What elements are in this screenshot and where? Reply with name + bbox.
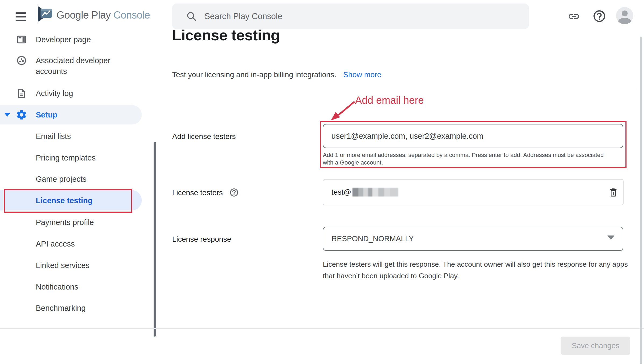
associated-accounts-icon bbox=[16, 55, 27, 67]
sidebar-item-associated-developer-accounts[interactable]: Associated developer accounts bbox=[36, 55, 119, 77]
sidebar-item-notifications[interactable]: Notifications bbox=[36, 281, 78, 292]
sidebar-item-benchmarking[interactable]: Benchmarking bbox=[36, 303, 86, 313]
sidebar-scrollbar[interactable] bbox=[154, 142, 156, 337]
show-more-link[interactable]: Show more bbox=[343, 70, 381, 79]
chevron-down-icon[interactable] bbox=[607, 235, 614, 240]
sidebar-item-payments-profile[interactable]: Payments profile bbox=[36, 217, 94, 228]
avatar[interactable] bbox=[616, 7, 633, 24]
add-license-testers-input[interactable] bbox=[323, 124, 623, 148]
sidebar-item-email-lists[interactable]: Email lists bbox=[36, 131, 71, 142]
sidebar-item-developer-page[interactable]: Developer page bbox=[36, 34, 91, 45]
page-subtitle-text: Test your licensing and in-app billing i… bbox=[172, 70, 336, 79]
trash-icon[interactable] bbox=[608, 187, 619, 199]
app-title: Google Play Console bbox=[56, 9, 150, 21]
sidebar-item-api-access[interactable]: API access bbox=[36, 238, 75, 249]
help-icon[interactable] bbox=[592, 9, 606, 24]
license-response-select[interactable]: RESPOND_NORMALLY bbox=[323, 227, 623, 251]
play-console-logo-icon[interactable] bbox=[36, 5, 53, 24]
sidebar-item-pricing-templates[interactable]: Pricing templates bbox=[36, 152, 95, 163]
save-changes-button[interactable]: Save changes bbox=[561, 337, 630, 355]
gear-icon bbox=[16, 109, 27, 122]
add-license-testers-label: Add license testers bbox=[172, 132, 236, 141]
menu-icon[interactable] bbox=[16, 12, 26, 23]
setup-expand-caret-icon[interactable] bbox=[4, 113, 10, 117]
license-tester-row: test@ bbox=[323, 179, 624, 205]
search-bar[interactable]: Search Play Console bbox=[172, 3, 529, 29]
page-subtitle: Test your licensing and in-app billing i… bbox=[172, 70, 381, 79]
license-response-value: RESPOND_NORMALLY bbox=[331, 234, 414, 243]
activity-log-icon bbox=[16, 88, 27, 100]
page-scrollbar[interactable] bbox=[640, 37, 642, 364]
app-title-secondary: Console bbox=[114, 9, 150, 21]
sidebar-item-game-projects[interactable]: Game projects bbox=[36, 174, 87, 184]
add-license-testers-helper: Add 1 or more email addresses, separated… bbox=[323, 151, 608, 166]
sidebar-item-license-testing[interactable]: License testing bbox=[36, 195, 93, 206]
annotation-text: Add email here bbox=[355, 95, 424, 106]
search-placeholder: Search Play Console bbox=[204, 12, 282, 21]
developer-page-icon bbox=[16, 34, 27, 46]
tester-email-prefix: test@ bbox=[331, 188, 351, 197]
app-title-primary: Google Play bbox=[56, 9, 111, 21]
sidebar-item-linked-services[interactable]: Linked services bbox=[36, 260, 90, 271]
license-response-description: License testers will get this response. … bbox=[323, 259, 636, 282]
help-circle-icon[interactable] bbox=[229, 188, 239, 198]
section-divider bbox=[172, 89, 636, 89]
page-title: License testing bbox=[172, 26, 280, 44]
link-icon[interactable] bbox=[568, 10, 580, 24]
license-response-label: License response bbox=[172, 235, 231, 244]
sidebar-item-activity-log[interactable]: Activity log bbox=[36, 88, 73, 99]
footer-divider bbox=[0, 328, 644, 329]
sidebar-item-setup[interactable]: Setup bbox=[36, 109, 58, 120]
tester-email-redacted bbox=[352, 188, 398, 197]
search-icon bbox=[186, 11, 197, 22]
license-testers-label: License testers bbox=[172, 188, 223, 197]
play-console-page: Google Play Console Search Play Console … bbox=[0, 0, 644, 364]
